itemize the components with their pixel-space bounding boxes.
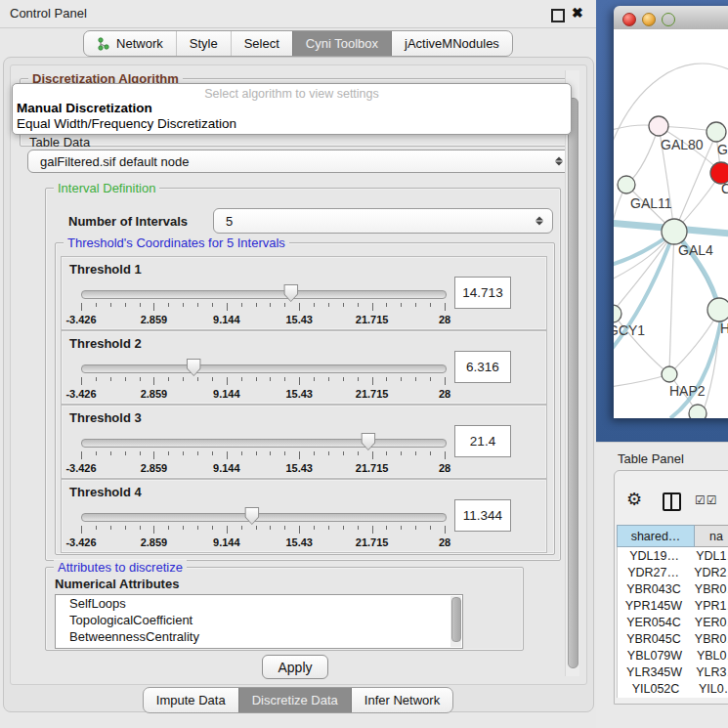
slider-track[interactable] [81,290,447,299]
slider-thumb[interactable] [244,507,259,525]
cell-shared-name[interactable]: YDR27… [618,564,689,580]
tab-style[interactable]: Style [176,31,231,56]
threshold-4-slider[interactable]: -3.4262.8599.14415.4321.71528 [81,511,445,550]
panel-scrollbar[interactable] [565,70,579,676]
table-row[interactable]: YBL079WYBL0… [618,647,728,664]
cell-name[interactable]: YBL0… [692,647,728,664]
network-node[interactable] [707,298,728,321]
network-node[interactable] [662,219,687,244]
cell-name[interactable]: YBR0… [690,580,728,597]
threshold-3-value[interactable]: 21.4 [454,425,511,457]
threshold-2-slider[interactable]: -3.4262.8599.14415.4321.71528 [81,363,445,402]
tab-jactivemnodules[interactable]: jActiveMNodules [391,31,512,56]
cell-shared-name[interactable]: YBR043C [618,580,690,597]
network-node[interactable] [707,122,726,142]
list-item[interactable]: TopologicalCoefficient [56,612,462,628]
table-row[interactable]: YLR345WYLR3… [618,664,728,680]
gear-icon[interactable]: ⚙ [626,489,642,510]
table-row[interactable]: YDR27…YDR2… [618,564,728,580]
close-traffic-light-icon[interactable] [622,13,636,26]
slider-thumb[interactable] [187,359,201,376]
tab-discretize-data[interactable]: Discretize Data [238,688,351,712]
table-row[interactable]: YPR145WYPR1… [618,597,728,614]
cell-name[interactable]: YLR3… [691,664,728,680]
tab-impute-data[interactable]: Impute Data [144,688,238,712]
minimize-traffic-light-icon[interactable] [642,13,656,26]
network-node[interactable] [689,405,707,418]
list-item[interactable]: SelfLoops [56,595,462,612]
tick-mark [343,303,344,307]
network-node[interactable] [649,116,668,136]
table-row[interactable]: YDL19…YDL1… [618,547,728,564]
tick-mark [96,451,97,455]
cell-shared-name[interactable]: YER054C [618,614,690,630]
checkboxes-icon[interactable]: ☑☑ [695,493,718,507]
table-row[interactable]: YBR043CYBR0… [618,580,728,597]
tick-label: 21.715 [356,388,389,400]
tick-mark [227,526,228,534]
menu-item-manual-discretization[interactable]: Manual Discretization [17,101,152,115]
network-edge[interactable] [674,139,714,232]
cell-shared-name[interactable]: YBL079W [618,647,692,664]
tick-mark [168,526,169,530]
threshold-4-value[interactable]: 11.344 [454,499,511,532]
numerical-attributes-list[interactable]: SelfLoops TopologicalCoefficient Between… [55,594,463,649]
list-scrollbar[interactable] [450,596,461,647]
scrollbar-thumb[interactable] [568,98,578,668]
list-item[interactable]: BetweennessCentrality [56,628,462,645]
number-of-intervals-combobox[interactable]: 5 [213,208,553,234]
table-row[interactable]: YBR045CYBR0… [618,630,728,647]
network-node[interactable] [662,366,677,382]
slider-thumb[interactable] [361,433,375,450]
column-header-name[interactable]: na [695,525,728,547]
cell-shared-name[interactable]: YPR145W [618,597,690,614]
network-canvas[interactable]: GAL80GAL11GAL4GCY1HAP2HGAC [614,29,728,418]
cell-name[interactable]: YDR2… [689,564,728,580]
cell-shared-name[interactable]: YBR045C [618,630,690,647]
threshold-2-value[interactable]: 6.316 [454,351,511,383]
tab-infer-network[interactable]: Infer Network [351,688,452,712]
slider-track[interactable] [81,364,447,373]
network-edge[interactable] [614,185,626,254]
tick-mark [140,526,141,530]
table-row[interactable]: YER054CYER0… [618,614,728,630]
network-node[interactable] [614,305,621,322]
network-window-titlebar[interactable] [614,6,728,30]
close-icon[interactable]: ✖ [572,5,583,21]
tab-network[interactable]: Network [84,31,176,56]
tick-mark [256,303,257,307]
cell-name[interactable]: YER0… [690,614,728,630]
tick-mark [81,451,82,459]
table-row[interactable]: YIL052CYIL0… [618,680,728,697]
cell-shared-name[interactable]: YDL19… [618,547,691,564]
network-edge[interactable] [614,374,669,387]
menu-item-equal-width-frequency[interactable]: Equal Width/Frequency Discretization [17,116,236,131]
network-node[interactable] [618,176,635,193]
columns-icon[interactable] [663,492,681,511]
threshold-1-slider[interactable]: -3.4262.8599.14415.4321.71528 [81,288,445,327]
column-header-shared-name[interactable]: shared… [617,525,695,547]
threshold-3-slider[interactable]: -3.4262.8599.14415.4321.71528 [81,437,445,476]
slider-thumb[interactable] [283,284,298,302]
scrollbar-thumb[interactable] [451,597,461,642]
apply-button[interactable]: Apply [262,655,328,679]
slider-track[interactable] [81,439,447,448]
cell-name[interactable]: YBR0… [690,630,728,647]
network-edge[interactable] [669,232,674,371]
tick-mark [183,377,184,381]
zoom-traffic-light-icon[interactable] [662,13,675,26]
float-window-icon[interactable] [551,9,565,22]
network-graph[interactable]: GAL80GAL11GAL4GCY1HAP2HGAC [614,29,728,418]
cell-name[interactable]: YIL0… [694,680,728,697]
cell-name[interactable]: YDL1… [691,547,728,564]
slider-tick-labels: -3.4262.8599.14415.4321.71528 [81,462,445,474]
table-data-combobox[interactable]: galFiltered.sif default node [27,150,573,173]
threshold-1-value[interactable]: 14.713 [454,277,511,309]
cell-name[interactable]: YPR1… [690,597,728,614]
cell-shared-name[interactable]: YLR345W [618,664,691,680]
cell-shared-name[interactable]: YIL052C [618,680,694,697]
tab-select[interactable]: Select [231,31,292,56]
slider-track[interactable] [81,513,447,522]
tab-cyni-toolbox[interactable]: Cyni Toolbox [292,31,391,56]
tick-mark [183,303,184,307]
